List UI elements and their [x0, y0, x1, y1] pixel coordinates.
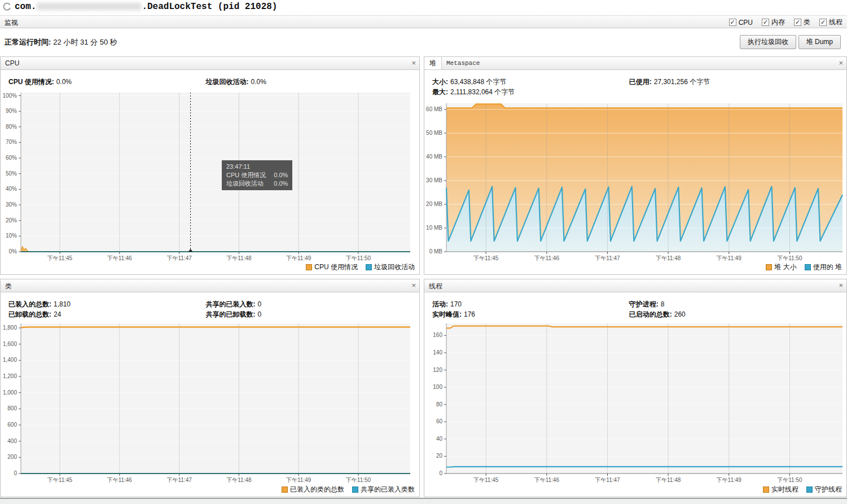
checkbox-checked-icon[interactable]: ✓ — [794, 19, 801, 26]
svg-text:60%: 60% — [6, 155, 17, 161]
uptime-label: 正常运行时间: — [5, 38, 51, 46]
svg-text:0: 0 — [14, 470, 17, 476]
svg-text:120: 120 — [433, 367, 442, 373]
svg-text:下午11:45: 下午11:45 — [473, 477, 499, 483]
svg-text:140: 140 — [433, 349, 442, 356]
heap-dump-button[interactable]: 堆 Dump — [798, 35, 841, 49]
page-title: com..DeadLockTest (pid 21028) — [15, 2, 277, 12]
gc-activity-stat: 垃圾回收活动:0.0% — [206, 77, 266, 87]
classes-shared-unloaded-stat: 共享的已卸载数:0 — [206, 310, 262, 319]
legend-swatch-icon — [763, 487, 769, 493]
svg-text:600: 600 — [7, 422, 17, 428]
threads-live-stat: 活动:170 — [432, 300, 462, 309]
classes-panel: 02004006008001,0001,2001,4001,6001,800下午… — [0, 279, 420, 497]
stat-label: 大小: — [432, 78, 448, 86]
stat-value: 8 — [661, 300, 665, 308]
heap-size-stat: 大小:63,438,848 个字节 — [432, 77, 506, 87]
svg-text:1,400: 1,400 — [3, 357, 17, 363]
close-icon[interactable]: × — [839, 59, 843, 67]
svg-text:80: 80 — [436, 401, 443, 407]
stat-label: 已使用: — [629, 78, 652, 86]
checkbox-threads[interactable]: ✓线程 — [819, 17, 842, 27]
svg-text:1,000: 1,000 — [3, 389, 17, 396]
svg-text:下午11:45: 下午11:45 — [473, 255, 499, 261]
threads-daemon-stat: 守护进程:8 — [629, 300, 665, 309]
close-icon[interactable]: × — [839, 281, 843, 290]
legend-item: 实时线程 — [763, 485, 798, 494]
svg-text:下午11:50: 下午11:50 — [346, 477, 371, 483]
checkbox-memory[interactable]: ✓内存 — [762, 17, 785, 27]
checkbox-checked-icon[interactable]: ✓ — [819, 19, 827, 26]
svg-text:1,800: 1,800 — [3, 325, 17, 331]
checkbox-classes-label: 类 — [804, 17, 810, 27]
tab-heap[interactable]: 堆 — [424, 57, 442, 69]
perform-gc-button[interactable]: 执行垃圾回收 — [740, 35, 796, 49]
stat-label: 已装入的总数: — [8, 300, 51, 308]
legend-swatch-icon — [366, 264, 372, 270]
cpu-panel-header: CPU × — [1, 57, 419, 70]
checkbox-classes[interactable]: ✓类 — [794, 17, 810, 27]
stat-value: 63,438,848 个字节 — [450, 78, 506, 86]
svg-text:400: 400 — [7, 438, 17, 444]
threads-panel-title: 线程 — [429, 282, 442, 291]
svg-text:100: 100 — [433, 384, 442, 390]
checkbox-threads-label: 线程 — [829, 17, 842, 27]
heap-used-stat: 已使用:27,301,256 个字节 — [629, 77, 710, 87]
tab-bar: 监视 ✓CPU ✓内存 ✓类 ✓线程 — [0, 15, 847, 28]
svg-text:下午11:48: 下午11:48 — [656, 477, 681, 483]
svg-text:下午11:50: 下午11:50 — [777, 255, 802, 261]
checkbox-checked-icon[interactable]: ✓ — [729, 19, 736, 26]
stat-label: 已卸载的总数: — [8, 310, 51, 318]
close-icon[interactable]: × — [411, 59, 416, 67]
svg-text:0: 0 — [439, 470, 442, 476]
stat-label: 已启动的总数: — [629, 310, 672, 318]
svg-text:70%: 70% — [6, 139, 17, 145]
svg-text:0%: 0% — [9, 248, 17, 255]
svg-text:1,200: 1,200 — [3, 373, 17, 379]
tooltip-value: 0.0% — [274, 179, 288, 188]
heap-max-stat: 最大:2,111,832,064 个字节 — [432, 87, 515, 97]
threads-legend: 实时线程守护线程 — [763, 485, 842, 494]
checkbox-cpu[interactable]: ✓CPU — [729, 17, 753, 27]
svg-text:下午11:47: 下午11:47 — [166, 255, 192, 261]
stat-value: 27,301,256 个字节 — [654, 78, 710, 86]
tooltip-time: 23:47:11 — [226, 163, 288, 171]
checkbox-checked-icon[interactable]: ✓ — [762, 19, 769, 26]
legend-label: 堆 大小 — [774, 262, 796, 272]
close-icon[interactable]: × — [411, 281, 416, 290]
svg-text:40%: 40% — [6, 186, 17, 192]
tooltip-label: CPU 使用情况 — [226, 171, 266, 179]
svg-text:下午11:46: 下午11:46 — [534, 477, 560, 483]
legend-label: 使用的 堆 — [813, 262, 842, 272]
metric-checkboxes: ✓CPU ✓内存 ✓类 ✓线程 — [729, 17, 842, 27]
classes-loaded-stat: 已装入的总数:1,810 — [8, 300, 71, 309]
heap-panel-header: 堆 Metaspace × — [424, 57, 846, 70]
threads-panel-header: 线程 × — [424, 279, 846, 292]
legend-item: 守护线程 — [806, 485, 842, 494]
svg-text:1,600: 1,600 — [3, 341, 17, 347]
legend-label: CPU 使用情况 — [314, 262, 358, 272]
svg-text:下午11:50: 下午11:50 — [346, 255, 371, 261]
svg-text:40: 40 — [436, 436, 443, 442]
svg-text:下午11:48: 下午11:48 — [226, 477, 252, 483]
svg-text:160: 160 — [433, 332, 442, 338]
tooltip-value: 0.0% — [274, 171, 288, 179]
legend-label: 守护线程 — [815, 485, 842, 494]
svg-text:下午11:47: 下午11:47 — [595, 255, 620, 261]
svg-text:60: 60 — [436, 418, 443, 424]
svg-text:下午11:49: 下午11:49 — [286, 255, 311, 261]
svg-text:800: 800 — [7, 405, 17, 411]
stat-value: 0 — [258, 310, 262, 318]
svg-text:下午11:48: 下午11:48 — [656, 255, 681, 261]
stat-value: 1,810 — [54, 300, 71, 308]
tab-monitor[interactable]: 监视 — [5, 18, 18, 28]
legend-label: 垃圾回收活动 — [374, 262, 415, 272]
bottom-status-strip — [0, 498, 847, 504]
title-suffix: .DeadLockTest (pid 21028) — [142, 2, 277, 12]
stat-label: 共享的已装入数: — [206, 300, 256, 308]
tab-metaspace[interactable]: Metaspace — [441, 57, 485, 69]
svg-text:100%: 100% — [2, 93, 17, 99]
svg-text:下午11:46: 下午11:46 — [107, 255, 133, 261]
svg-text:下午11:47: 下午11:47 — [166, 477, 192, 483]
process-icon — [2, 2, 12, 12]
